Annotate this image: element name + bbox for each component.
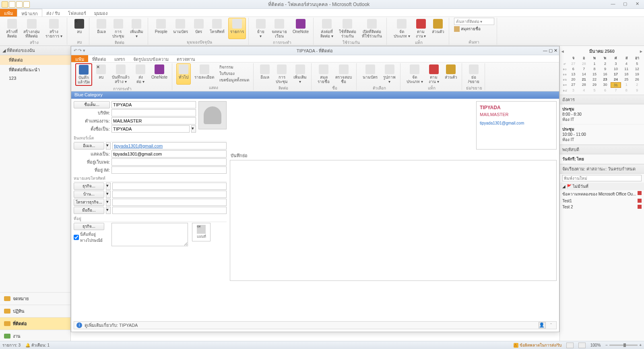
search-contacts-input[interactable] xyxy=(454,18,494,25)
contact-tab-format[interactable]: จัดรูปแบบข้อความ xyxy=(129,55,173,62)
view-list-button[interactable]: รายการ xyxy=(228,18,246,39)
phone-home-dropdown[interactable]: ▾ xyxy=(106,191,111,198)
activities-link[interactable]: กิจกรรม xyxy=(219,64,249,70)
onenote-button[interactable]: OneNote xyxy=(291,18,311,39)
contact-close-button[interactable]: ✕ xyxy=(554,48,557,53)
expand-button[interactable]: ˆ xyxy=(548,323,554,328)
view-reading-button[interactable] xyxy=(578,343,586,348)
phone-home-input[interactable] xyxy=(112,191,227,198)
phone-mobile-dropdown[interactable]: ▾ xyxy=(106,207,111,214)
contact-tab-review[interactable]: ตรวจทาน xyxy=(173,55,199,62)
folder-123[interactable]: 123 xyxy=(0,75,70,82)
contact-meeting-button[interactable]: การ ประชุม xyxy=(274,63,290,85)
private-button[interactable]: ส่วนตัว xyxy=(430,18,446,39)
contact-maximize-button[interactable]: ▢ xyxy=(549,48,553,53)
general-button[interactable]: ทั่วไป xyxy=(176,63,191,85)
redo-qat-icon[interactable]: ↷ xyxy=(78,48,82,53)
certificates-link[interactable]: ใบรับรอง xyxy=(219,71,249,77)
maximize-button[interactable]: ▢ xyxy=(620,1,630,8)
zoom-button[interactable]: ย่อ /ขยาย xyxy=(466,63,481,85)
address-book-btn[interactable]: สมุด รายชื่อ xyxy=(316,63,332,85)
tab-folder[interactable]: โฟลเดอร์ xyxy=(64,9,90,17)
phone-business-dropdown[interactable]: ▾ xyxy=(106,183,111,190)
nav-contacts[interactable]: ที่ติดต่อ xyxy=(0,317,70,330)
phone-business-input[interactable] xyxy=(112,183,227,190)
map-button[interactable]: 🗺แผนที่ xyxy=(192,223,211,241)
new-contact-button[interactable]: สร้างที่ ติดต่อ xyxy=(4,18,20,39)
mailing-address-checkbox[interactable]: นี่คือที่อยู่ ทางไปรษณีย์ xyxy=(74,231,110,243)
folder-contacts[interactable]: ที่ติดต่อ xyxy=(0,55,70,65)
prev-month-button[interactable]: ◂ xyxy=(561,49,564,54)
delete-button[interactable]: ✕ลบ xyxy=(72,18,87,39)
picture-button[interactable]: รูปภาพ ▾ xyxy=(381,63,398,85)
contact-minimize-button[interactable]: — xyxy=(543,48,547,53)
nav-calendar[interactable]: ปฏิทิน xyxy=(0,305,70,317)
view-people-button[interactable]: People xyxy=(153,18,169,39)
contact-email-button[interactable]: อีเมล xyxy=(258,63,272,85)
all-fields-link[interactable]: เขตข้อมูลทั้งหมด xyxy=(219,77,249,83)
phone-mobile-button[interactable]: มือถือ... xyxy=(74,207,104,214)
close-button[interactable]: ✕ xyxy=(632,1,642,8)
jobtitle-input[interactable] xyxy=(111,117,196,125)
folder-suggested[interactable]: ที่ติดต่อที่แนะนำ xyxy=(0,65,70,75)
contact-forward-button[interactable]: ส่ง ต่อ ▾ xyxy=(133,63,148,86)
tasks-sort-header[interactable]: จัดเรียงตาม: ค่าสถานะ: วันครบกำหนด xyxy=(560,164,644,174)
contact-categorize-button[interactable]: จัด ประเภท ▾ xyxy=(405,63,425,85)
task-row-3[interactable]: Test 2 xyxy=(560,204,644,210)
business-card-button[interactable]: นามบัตร xyxy=(361,63,380,85)
email-input[interactable] xyxy=(112,142,227,150)
event-2[interactable]: ประชุม10:00 - 11:00ห้อง IT xyxy=(560,125,644,145)
my-contacts-header[interactable]: ◢ ที่ติดต่อของฉัน xyxy=(0,46,70,55)
save-and-close-button[interactable]: บันทึก แล้วปิด xyxy=(75,63,92,86)
notes-textarea[interactable] xyxy=(230,160,557,281)
view-phone-button[interactable]: โทรศัพท์ xyxy=(208,18,227,39)
calendar-grid[interactable]: จอพพศสอา๙272812345๑๐6789101112๑๑13141516… xyxy=(561,55,642,93)
contact-followup-button[interactable]: ตาม งาน ▾ xyxy=(427,63,441,85)
tab-file[interactable]: แฟ้ม xyxy=(0,9,17,17)
phone-fax-input[interactable] xyxy=(112,199,227,206)
contact-onenote-button[interactable]: OneNote xyxy=(149,63,169,86)
view-bizcard-button[interactable]: นามบัตร xyxy=(171,18,190,39)
flag-icon[interactable] xyxy=(638,191,642,195)
address-book-button[interactable]: สมุดรายชื่อ xyxy=(454,26,494,32)
event-1[interactable]: ประชุม8:00 - 8:30ห้อง IT xyxy=(560,104,644,125)
new-contact-group-button[interactable]: สร้างกลุ่ม ที่ติดต่อ xyxy=(21,18,42,39)
event-3[interactable]: วันจักรี; ไทย xyxy=(560,154,644,164)
undo-qat-icon[interactable]: ↶ xyxy=(73,48,78,53)
phone-mobile-input[interactable] xyxy=(112,207,227,214)
phone-fax-dropdown[interactable]: ▾ xyxy=(106,199,111,206)
outlook-icon[interactable] xyxy=(2,1,8,8)
undo-icon[interactable] xyxy=(16,1,23,8)
contact-photo[interactable] xyxy=(198,101,227,129)
next-month-button[interactable]: ▸ xyxy=(640,49,642,54)
forward-contact-button[interactable]: ส่งต่อที่ ติดต่อ ▾ xyxy=(318,18,335,39)
contact-tab-insert[interactable]: แทรก xyxy=(110,55,129,62)
followup-button[interactable]: ตาม งาน ▾ xyxy=(414,18,428,39)
new-items-button[interactable]: สร้าง รายการ ▾ xyxy=(43,18,64,39)
email-button[interactable]: อีเมล xyxy=(94,18,109,39)
meeting-button[interactable]: การ ประชุม xyxy=(110,18,126,39)
zoom-slider[interactable]: −+ xyxy=(605,343,642,347)
category-bar[interactable]: Blue Category xyxy=(71,91,559,99)
displayas-input[interactable] xyxy=(111,150,227,158)
task-row-1[interactable]: ข้อความทดลองของ Microsoft Office Ou... xyxy=(560,190,644,198)
phone-business-button[interactable]: ธุรกิจ... xyxy=(74,183,104,190)
view-normal-button[interactable] xyxy=(566,343,574,348)
qat-dropdown-icon[interactable]: ▾ xyxy=(82,48,87,53)
fileas-dropdown[interactable]: ▾ xyxy=(191,125,196,133)
contact-tab-file[interactable]: แฟ้ม xyxy=(71,55,88,62)
status-error[interactable]: ⚠ข้อผิดพลาดในการส่ง/รับ xyxy=(514,342,561,348)
company-input[interactable] xyxy=(111,109,196,116)
categorize-button[interactable]: จัด ประเภท ▾ xyxy=(392,18,412,39)
redo-icon[interactable] xyxy=(23,1,30,8)
mail-merge-button[interactable]: จดหมาย เวียน xyxy=(270,18,289,39)
check-names-button[interactable]: ตรวจสอบ ชื่อ xyxy=(333,63,354,85)
save-icon[interactable] xyxy=(9,1,15,8)
nav-mail[interactable]: จดหมาย xyxy=(0,292,70,305)
nav-tasks[interactable]: งาน xyxy=(0,330,70,342)
webpage-input[interactable] xyxy=(111,158,227,166)
flag-icon[interactable] xyxy=(638,205,642,209)
minimize-button[interactable]: — xyxy=(608,1,618,8)
phone-home-button[interactable]: บ้าน... xyxy=(74,191,104,198)
flag-icon[interactable] xyxy=(638,199,642,203)
